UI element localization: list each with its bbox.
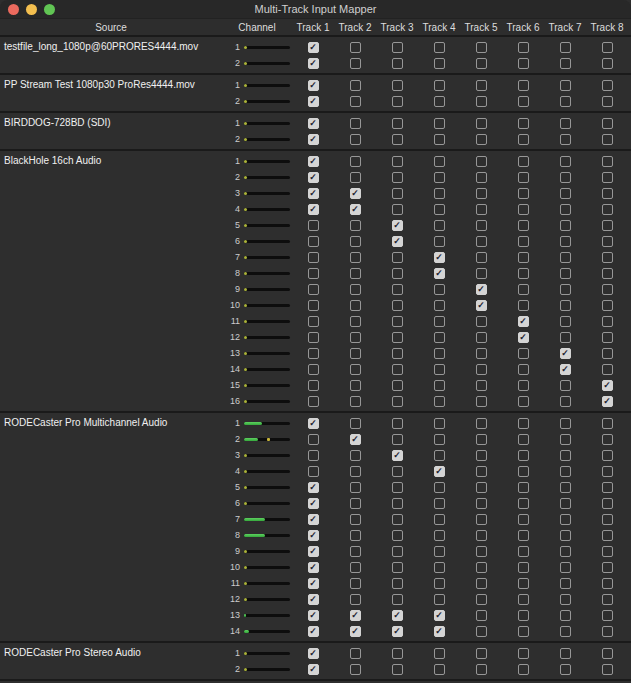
- track-5-checkbox[interactable]: [476, 514, 487, 525]
- track-6-checkbox[interactable]: [518, 268, 529, 279]
- track-6-checkbox[interactable]: [518, 498, 529, 509]
- track-4-checkbox[interactable]: [434, 118, 445, 129]
- track-3-checkbox[interactable]: [392, 134, 403, 145]
- track-1-checkbox[interactable]: [308, 96, 319, 107]
- minimize-button[interactable]: [26, 4, 37, 15]
- track-3-checkbox[interactable]: [392, 482, 403, 493]
- track-8-checkbox[interactable]: [602, 268, 613, 279]
- track-7-checkbox[interactable]: [560, 316, 571, 327]
- track-4-checkbox[interactable]: [434, 204, 445, 215]
- track-5-checkbox[interactable]: [476, 348, 487, 359]
- track-7-checkbox[interactable]: [560, 172, 571, 183]
- track-2-checkbox[interactable]: [350, 220, 361, 231]
- track-6-checkbox[interactable]: [518, 364, 529, 375]
- track-4-checkbox[interactable]: [434, 530, 445, 541]
- track-5-checkbox[interactable]: [476, 188, 487, 199]
- track-4-checkbox[interactable]: [434, 610, 445, 621]
- track-2-checkbox[interactable]: [350, 578, 361, 589]
- track-1-checkbox[interactable]: [308, 188, 319, 199]
- track-6-checkbox[interactable]: [518, 58, 529, 69]
- track-2-checkbox[interactable]: [350, 648, 361, 659]
- track-1-checkbox[interactable]: [308, 58, 319, 69]
- track-1-checkbox[interactable]: [308, 648, 319, 659]
- track-5-checkbox[interactable]: [476, 252, 487, 263]
- track-3-checkbox[interactable]: [392, 156, 403, 167]
- track-6-checkbox[interactable]: [518, 332, 529, 343]
- track-3-checkbox[interactable]: [392, 268, 403, 279]
- track-6-checkbox[interactable]: [518, 348, 529, 359]
- track-5-checkbox[interactable]: [476, 482, 487, 493]
- track-6-checkbox[interactable]: [518, 664, 529, 675]
- track-7-checkbox[interactable]: [560, 284, 571, 295]
- track-4-checkbox[interactable]: [434, 58, 445, 69]
- track-1-checkbox[interactable]: [308, 204, 319, 215]
- track-4-checkbox[interactable]: [434, 80, 445, 91]
- zoom-button[interactable]: [44, 4, 55, 15]
- track-8-checkbox[interactable]: [602, 380, 613, 391]
- track-8-checkbox[interactable]: [602, 300, 613, 311]
- track-2-checkbox[interactable]: [350, 348, 361, 359]
- track-2-checkbox[interactable]: [350, 204, 361, 215]
- track-2-checkbox[interactable]: [350, 626, 361, 637]
- track-1-checkbox[interactable]: [308, 332, 319, 343]
- track-5-checkbox[interactable]: [476, 316, 487, 327]
- track-3-checkbox[interactable]: [392, 626, 403, 637]
- track-7-checkbox[interactable]: [560, 562, 571, 573]
- track-5-checkbox[interactable]: [476, 610, 487, 621]
- track-7-checkbox[interactable]: [560, 578, 571, 589]
- track-3-checkbox[interactable]: [392, 42, 403, 53]
- track-4-checkbox[interactable]: [434, 316, 445, 327]
- track-7-checkbox[interactable]: [560, 418, 571, 429]
- track-6-checkbox[interactable]: [518, 284, 529, 295]
- track-8-checkbox[interactable]: [602, 434, 613, 445]
- track-2-checkbox[interactable]: [350, 172, 361, 183]
- track-7-checkbox[interactable]: [560, 546, 571, 557]
- track-8-checkbox[interactable]: [602, 204, 613, 215]
- track-7-checkbox[interactable]: [560, 498, 571, 509]
- track-7-checkbox[interactable]: [560, 482, 571, 493]
- track-7-checkbox[interactable]: [560, 252, 571, 263]
- track-6-checkbox[interactable]: [518, 134, 529, 145]
- track-1-checkbox[interactable]: [308, 626, 319, 637]
- track-4-checkbox[interactable]: [434, 434, 445, 445]
- track-6-checkbox[interactable]: [518, 530, 529, 541]
- track-8-checkbox[interactable]: [602, 58, 613, 69]
- track-1-checkbox[interactable]: [308, 418, 319, 429]
- track-8-checkbox[interactable]: [602, 188, 613, 199]
- track-2-checkbox[interactable]: [350, 188, 361, 199]
- track-3-checkbox[interactable]: [392, 418, 403, 429]
- track-5-checkbox[interactable]: [476, 134, 487, 145]
- track-8-checkbox[interactable]: [602, 514, 613, 525]
- track-7-checkbox[interactable]: [560, 396, 571, 407]
- track-1-checkbox[interactable]: [308, 348, 319, 359]
- track-1-checkbox[interactable]: [308, 664, 319, 675]
- track-6-checkbox[interactable]: [518, 450, 529, 461]
- track-8-checkbox[interactable]: [602, 156, 613, 167]
- track-2-checkbox[interactable]: [350, 450, 361, 461]
- track-8-checkbox[interactable]: [602, 236, 613, 247]
- track-6-checkbox[interactable]: [518, 396, 529, 407]
- track-2-checkbox[interactable]: [350, 514, 361, 525]
- track-7-checkbox[interactable]: [560, 466, 571, 477]
- track-7-checkbox[interactable]: [560, 626, 571, 637]
- track-1-checkbox[interactable]: [308, 546, 319, 557]
- track-8-checkbox[interactable]: [602, 546, 613, 557]
- track-8-checkbox[interactable]: [602, 172, 613, 183]
- track-4-checkbox[interactable]: [434, 332, 445, 343]
- track-5-checkbox[interactable]: [476, 172, 487, 183]
- track-1-checkbox[interactable]: [308, 514, 319, 525]
- track-2-checkbox[interactable]: [350, 42, 361, 53]
- track-1-checkbox[interactable]: [308, 380, 319, 391]
- track-8-checkbox[interactable]: [602, 96, 613, 107]
- track-6-checkbox[interactable]: [518, 546, 529, 557]
- track-5-checkbox[interactable]: [476, 220, 487, 231]
- track-3-checkbox[interactable]: [392, 204, 403, 215]
- track-4-checkbox[interactable]: [434, 626, 445, 637]
- track-8-checkbox[interactable]: [602, 284, 613, 295]
- track-4-checkbox[interactable]: [434, 418, 445, 429]
- track-4-checkbox[interactable]: [434, 348, 445, 359]
- track-1-checkbox[interactable]: [308, 434, 319, 445]
- track-4-checkbox[interactable]: [434, 252, 445, 263]
- track-5-checkbox[interactable]: [476, 42, 487, 53]
- track-8-checkbox[interactable]: [602, 42, 613, 53]
